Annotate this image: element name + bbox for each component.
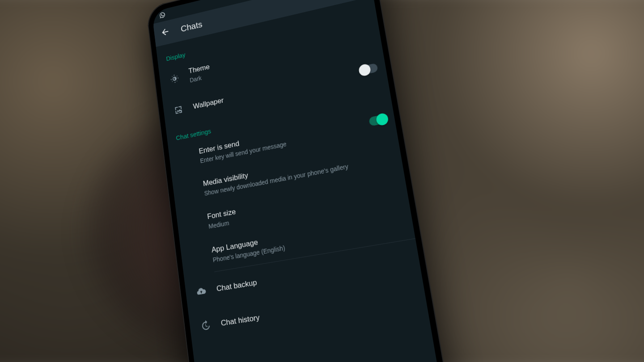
back-button[interactable]: [159, 26, 171, 40]
page-title: Chats: [180, 19, 203, 34]
settings-content: Display Theme Dark Wallpaper: [156, 0, 428, 345]
phone-screen: Chats Display Theme Dark: [152, 0, 451, 362]
history-icon: [199, 320, 212, 333]
enter-is-send-toggle[interactable]: [369, 114, 387, 126]
perspective-stage: Chats Display Theme Dark: [0, 0, 644, 362]
arrow-left-icon: [160, 26, 171, 39]
brightness-icon: [168, 72, 181, 85]
whatsapp-status-icon: [159, 11, 166, 20]
wallpaper-toggle[interactable]: [360, 63, 378, 75]
cloud-upload-icon: [195, 285, 208, 298]
phone-frame: Chats Display Theme Dark: [146, 0, 459, 362]
wallpaper-icon: [172, 104, 185, 116]
